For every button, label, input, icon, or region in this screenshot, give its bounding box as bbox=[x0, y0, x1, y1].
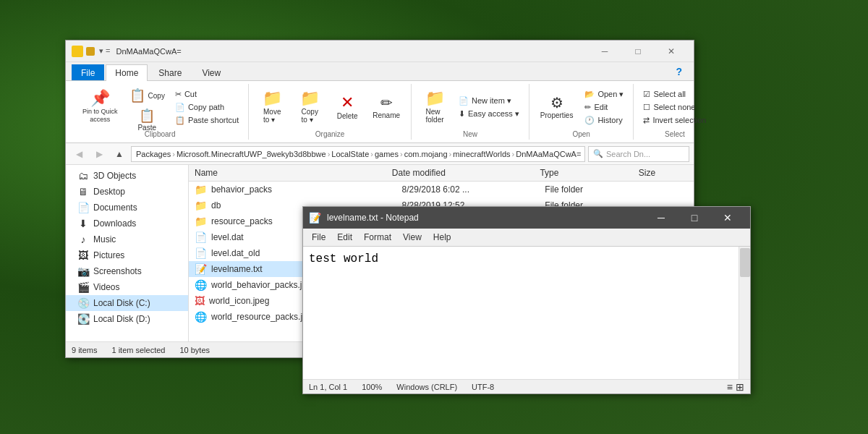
open-group-content: ⚙ Properties 📂 Open ▾ ✏ Edit 🕐 History bbox=[535, 85, 628, 129]
copy-button[interactable]: 📋 Copy bbox=[126, 85, 169, 106]
open-group: ⚙ Properties 📂 Open ▾ ✏ Edit 🕐 History bbox=[529, 84, 634, 140]
search-box[interactable]: 🔍 Search Dn... bbox=[588, 146, 689, 162]
history-icon: 🕐 bbox=[584, 116, 595, 125]
notepad-status-bar: Ln 1, Col 1 100% Windows (CRLF) UTF-8 ≡ … bbox=[303, 379, 750, 393]
col-type-header[interactable]: Type bbox=[540, 168, 638, 178]
forward-button[interactable]: ▶ bbox=[90, 146, 108, 162]
local-disk-c-icon: 💿 bbox=[77, 297, 89, 309]
tab-file[interactable]: File bbox=[72, 64, 104, 80]
path-part-mojang[interactable]: com.mojang bbox=[404, 150, 448, 158]
notepad-minimize-button[interactable]: ─ bbox=[644, 207, 678, 229]
properties-button[interactable]: ⚙ Properties bbox=[535, 85, 579, 129]
sidebar-item-downloads[interactable]: ⬇ Downloads bbox=[66, 216, 188, 231]
downloads-icon: ⬇ bbox=[77, 218, 89, 229]
delete-button[interactable]: ✕ Delete bbox=[330, 85, 365, 129]
notepad-maximize-button[interactable]: □ bbox=[678, 207, 711, 229]
sidebar-item-local-c[interactable]: 💿 Local Disk (C:) bbox=[66, 295, 188, 311]
ribbon-tabs: File Home Share View ? bbox=[66, 62, 694, 81]
close-button[interactable]: ✕ bbox=[655, 41, 688, 62]
col-size-header[interactable]: Size bbox=[639, 168, 688, 178]
file-row[interactable]: 📁 behavior_packs 8/29/2018 6:02 ... File… bbox=[189, 182, 694, 197]
move-to-button[interactable]: 📁 Moveto ▾ bbox=[255, 85, 289, 129]
edit-button[interactable]: ✏ Edit bbox=[581, 101, 627, 114]
col-date-header[interactable]: Date modified bbox=[392, 168, 540, 178]
title-bar-icons: ▾ = bbox=[72, 46, 110, 57]
paste-shortcut-icon: 📋 bbox=[175, 116, 185, 125]
copy-to-icon: 📁 bbox=[300, 90, 320, 106]
help-button[interactable]: ? bbox=[670, 63, 688, 80]
select-none-button[interactable]: ☐ Select none bbox=[639, 101, 710, 114]
path-part-world-id[interactable]: DnMAaMaQCwA= bbox=[516, 150, 581, 158]
folder-icon-yellow bbox=[72, 46, 83, 57]
move-icon: 📁 bbox=[263, 90, 282, 106]
new-item-button[interactable]: 📄 New item ▾ bbox=[455, 94, 523, 107]
explorer-title-bar: ▾ = DnMAaMaQCwA= ─ □ ✕ bbox=[66, 41, 694, 62]
path-part-worlds[interactable]: minecraftWorlds bbox=[453, 150, 510, 158]
copy-to-button[interactable]: 📁 Copyto ▾ bbox=[292, 85, 327, 129]
notepad-menu: File Edit Format View Help bbox=[303, 229, 750, 247]
easy-access-button[interactable]: ⬇ Easy access ▾ bbox=[455, 107, 523, 120]
delete-icon: ✕ bbox=[341, 95, 354, 111]
notepad-line-ending: Windows (CRLF) bbox=[396, 383, 457, 391]
view-icon-2[interactable]: ⊞ bbox=[736, 381, 744, 393]
file-size: 10 bytes bbox=[179, 346, 210, 354]
notepad-view-menu[interactable]: View bbox=[397, 230, 427, 244]
sidebar-item-music[interactable]: ♪ Music bbox=[66, 231, 188, 247]
select-all-button[interactable]: ☑ Select all bbox=[639, 88, 710, 101]
address-bar: ◀ ▶ ▲ Packages › Microsoft.MinecraftUWP_… bbox=[66, 143, 694, 165]
selected-count: 1 item selected bbox=[111, 346, 165, 354]
back-button[interactable]: ◀ bbox=[70, 146, 88, 162]
invert-selection-button[interactable]: ⇄ Invert selection bbox=[639, 114, 710, 127]
sidebar-item-desktop[interactable]: 🖥 Desktop bbox=[66, 184, 188, 200]
rename-button[interactable]: ✏ Rename bbox=[367, 85, 405, 129]
copy-path-button[interactable]: 📄 Copy path bbox=[171, 101, 242, 114]
path-part-minecraft[interactable]: Microsoft.MinecraftUWP_8wekyb3d8bbwe bbox=[176, 150, 326, 158]
notepad-format-menu[interactable]: Format bbox=[358, 230, 397, 244]
file-icon: 📄 bbox=[195, 231, 207, 243]
select-col: ☑ Select all ☐ Select none ⇄ Invert sele… bbox=[639, 88, 710, 127]
select-group-content: ☑ Select all ☐ Select none ⇄ Invert sele… bbox=[639, 85, 710, 129]
tab-share[interactable]: Share bbox=[149, 64, 191, 80]
cut-button[interactable]: ✂ Cut bbox=[171, 88, 242, 101]
notepad-help-menu[interactable]: Help bbox=[427, 230, 457, 244]
paste-icon: 📋 bbox=[139, 108, 155, 124]
up-button[interactable]: ▲ bbox=[111, 146, 128, 162]
path-part-localstate[interactable]: LocalState bbox=[331, 150, 369, 158]
sidebar-item-local-d[interactable]: 💽 Local Disk (D:) bbox=[66, 311, 188, 327]
history-button[interactable]: 🕐 History bbox=[581, 114, 627, 127]
documents-icon: 📄 bbox=[77, 202, 89, 213]
file-icon: 📄 bbox=[195, 247, 207, 259]
json-icon: 🌐 bbox=[195, 279, 207, 291]
sidebar-item-videos[interactable]: 🎬 Videos bbox=[66, 279, 188, 295]
paste-shortcut-button[interactable]: 📋 Paste shortcut bbox=[171, 114, 242, 127]
sidebar-item-screenshots[interactable]: 📷 Screenshots bbox=[66, 263, 188, 279]
notepad-window: 📝 levelname.txt - Notepad ─ □ ✕ File Edi… bbox=[302, 206, 751, 394]
tab-home[interactable]: Home bbox=[106, 64, 148, 81]
notepad-scrollbar[interactable] bbox=[739, 247, 750, 379]
view-icon-1[interactable]: ≡ bbox=[727, 381, 733, 393]
pin-icon: 📌 bbox=[90, 90, 110, 106]
new-folder-button[interactable]: 📁 Newfolder bbox=[417, 85, 452, 129]
notepad-file-menu[interactable]: File bbox=[306, 230, 331, 244]
notepad-close-button[interactable]: ✕ bbox=[711, 207, 744, 229]
sidebar-item-documents[interactable]: 📄 Documents bbox=[66, 200, 188, 216]
sidebar-item-3d-objects[interactable]: 🗂 3D Objects bbox=[66, 168, 188, 184]
path-part-packages[interactable]: Packages bbox=[136, 150, 171, 158]
maximize-button[interactable]: □ bbox=[621, 41, 655, 62]
col-name-header[interactable]: Name bbox=[195, 168, 392, 178]
notepad-edit-menu[interactable]: Edit bbox=[331, 230, 358, 244]
music-icon: ♪ bbox=[77, 234, 89, 245]
file-list-header: Name Date modified Type Size bbox=[189, 165, 694, 182]
pictures-icon: 🖼 bbox=[77, 250, 89, 261]
sidebar-item-pictures[interactable]: 🖼 Pictures bbox=[66, 247, 188, 263]
minimize-button[interactable]: ─ bbox=[588, 41, 621, 62]
sidebar: 🗂 3D Objects 🖥 Desktop 📄 Documents ⬇ Dow… bbox=[66, 165, 189, 341]
notepad-editor[interactable]: test world bbox=[303, 247, 739, 379]
tab-view[interactable]: View bbox=[192, 64, 230, 80]
pin-to-quick-access-button[interactable]: 📌 Pin to Quickaccess bbox=[77, 85, 123, 129]
image-icon: 🖼 bbox=[195, 295, 205, 307]
invert-icon: ⇄ bbox=[643, 116, 650, 125]
open-button[interactable]: 📂 Open ▾ bbox=[581, 88, 627, 101]
path-part-games[interactable]: games bbox=[375, 150, 399, 158]
address-path[interactable]: Packages › Microsoft.MinecraftUWP_8wekyb… bbox=[131, 146, 585, 162]
